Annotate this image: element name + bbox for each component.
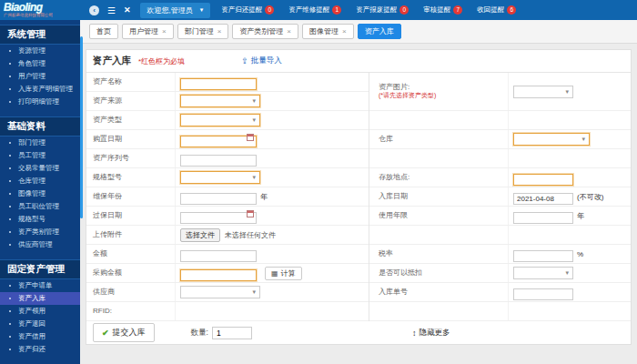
sidebar-item[interactable]: 资产类别管理 — [0, 226, 80, 238]
text-input[interactable] — [180, 250, 257, 262]
text-input[interactable] — [180, 193, 257, 205]
select-input[interactable]: ▾ — [180, 286, 260, 298]
form-row: 金额 — [86, 245, 369, 264]
form-label-text: 资产名称 — [93, 77, 122, 86]
calendar-icon[interactable] — [247, 134, 254, 141]
close-icon[interactable]: ✕ — [124, 5, 131, 15]
text-input[interactable] — [180, 78, 257, 90]
bullet-icon — [9, 244, 11, 246]
form-field — [508, 149, 631, 167]
form-field — [175, 207, 369, 225]
file-status-text: 未选择任何文件 — [225, 230, 276, 240]
topbar: Biaoling 广州标菱信息科技有限公司 ‹ ☰ ✕ 欢迎您,管理员 ▾ 资产… — [0, 0, 637, 20]
text-input[interactable] — [180, 269, 257, 281]
sidebar-item[interactable]: 资产退回 — [0, 318, 80, 330]
form-right-column: 资产图片:(*请先选择资产类型)▾仓库▾存放地点:入库日期(不可改)使用年限年税… — [369, 73, 631, 321]
form-label: 资产图片:(*请先选择资产类型) — [369, 83, 508, 100]
notification-badge[interactable]: 资产报废提醒0 — [356, 5, 409, 15]
date-input[interactable] — [180, 136, 257, 147]
submit-inbound-button[interactable]: ✔ 提交入库 — [93, 323, 155, 342]
sidebar-item[interactable]: 仓库管理 — [0, 175, 80, 187]
sidebar-item[interactable]: 供应商管理 — [0, 238, 80, 251]
sidebar-item[interactable]: 资产归还 — [0, 343, 80, 356]
choose-file-button[interactable]: 选择文件 — [180, 228, 220, 242]
batch-import-label: 批量导入 — [251, 56, 282, 66]
text-input[interactable] — [513, 212, 573, 224]
quantity-input[interactable] — [212, 327, 252, 339]
sidebar-item[interactable]: 入库资产明细管理 — [0, 83, 80, 96]
hide-more-toggle[interactable]: ↕ 隐藏更多 — [412, 328, 450, 339]
form-label: 仓库 — [369, 135, 508, 144]
sidebar-item[interactable]: 打印明细管理 — [0, 96, 80, 108]
form-row: 过保日期 — [86, 207, 369, 226]
select-input[interactable]: ▾ — [180, 95, 260, 107]
submit-label: 提交入库 — [113, 327, 146, 339]
sidebar-item[interactable]: 员工管理 — [0, 149, 80, 162]
collapse-sidebar-icon[interactable]: ‹ — [89, 5, 99, 15]
bullet-icon — [9, 142, 11, 144]
text-input[interactable] — [513, 193, 573, 205]
tab-close-icon[interactable]: × — [342, 27, 347, 35]
sidebar-item[interactable]: 员工职位管理 — [0, 200, 80, 213]
date-input[interactable] — [180, 212, 257, 224]
calendar-icon[interactable] — [247, 210, 254, 217]
tab-close-icon[interactable]: × — [287, 27, 291, 35]
tab-资产入库[interactable]: 资产入库 — [358, 24, 401, 39]
form-row — [369, 226, 631, 245]
form-label-text: 入库日期 — [379, 192, 408, 200]
select-input[interactable]: ▾ — [513, 267, 573, 279]
tab-资产类别管理[interactable]: 资产类别管理× — [232, 24, 298, 39]
up-down-arrow-icon: ↕ — [412, 329, 417, 338]
form-field: 年 — [508, 207, 631, 225]
notification-badge[interactable]: 资产维修提醒1 — [288, 5, 341, 15]
tab-首页[interactable]: 首页 — [89, 24, 118, 39]
sidebar-item-label: 资产借用 — [18, 332, 46, 341]
tab-用户管理[interactable]: 用户管理× — [122, 24, 174, 39]
user-menu-button[interactable]: 欢迎您,管理员 ▾ — [140, 3, 211, 18]
select-input[interactable]: ▾ — [513, 86, 573, 98]
tab-label: 部门管理 — [185, 26, 214, 36]
sidebar-item[interactable]: 资产借用 — [0, 330, 80, 343]
bullet-icon — [9, 298, 11, 299]
sidebar-scrollbar[interactable] — [80, 36, 83, 218]
sidebar-item[interactable]: 交易常量管理 — [0, 162, 80, 175]
tab-close-icon[interactable]: × — [162, 27, 167, 35]
tab-部门管理[interactable]: 部门管理× — [177, 24, 229, 39]
select-input[interactable]: ▾ — [180, 171, 260, 184]
calculator-icon: ▦ — [271, 269, 278, 278]
text-input[interactable] — [180, 155, 257, 167]
panel-footer: ✔ 提交入库 数量: ↕ 隐藏更多 — [86, 321, 631, 344]
sidebar-item[interactable]: 资产申请单 — [0, 279, 80, 292]
tab-图像管理[interactable]: 图像管理× — [302, 24, 354, 39]
form-row — [369, 149, 631, 168]
sidebar-item[interactable]: 资产入库 — [0, 292, 80, 305]
form-label: 维保年份 — [86, 192, 175, 201]
text-input[interactable] — [513, 174, 573, 186]
form-label-text: 规格型号 — [93, 173, 122, 181]
batch-import-button[interactable]: ⇪ 批量导入 — [241, 56, 282, 66]
bullet-icon — [9, 50, 11, 52]
sidebar-item-label: 员工管理 — [18, 151, 46, 160]
sidebar-item[interactable]: 资源管理 — [0, 45, 80, 57]
tab-close-icon[interactable]: × — [217, 27, 222, 35]
sidebar-item[interactable]: 用户管理 — [0, 70, 80, 83]
sidebar-item[interactable]: 角色管理 — [0, 57, 80, 70]
text-input[interactable] — [513, 288, 573, 300]
sidebar-item[interactable]: 部门管理 — [0, 136, 80, 149]
form-label: 资产类型 — [86, 116, 175, 125]
menu-icon[interactable]: ☰ — [107, 5, 116, 15]
form-row: 上传附件选择文件未选择任何文件 — [86, 226, 369, 245]
form-label: RFID: — [86, 307, 175, 316]
sidebar-item[interactable]: 资产领用 — [0, 305, 80, 318]
notification-badge[interactable]: 收回提醒6 — [477, 5, 516, 15]
select-input[interactable]: ▾ — [180, 114, 260, 126]
text-input[interactable] — [513, 250, 573, 262]
calculate-button[interactable]: ▦计算 — [265, 267, 302, 280]
sidebar-item[interactable]: 规格型号 — [0, 213, 80, 226]
sidebar-item[interactable]: 图像管理 — [0, 187, 80, 200]
select-input[interactable]: ▾ — [513, 133, 590, 146]
form-row: 资产类型▾ — [86, 111, 369, 130]
notification-badge[interactable]: 审核提醒7 — [423, 5, 462, 15]
tab-label: 用户管理 — [129, 26, 158, 36]
notification-badge[interactable]: 资产归还提醒0 — [221, 5, 274, 15]
